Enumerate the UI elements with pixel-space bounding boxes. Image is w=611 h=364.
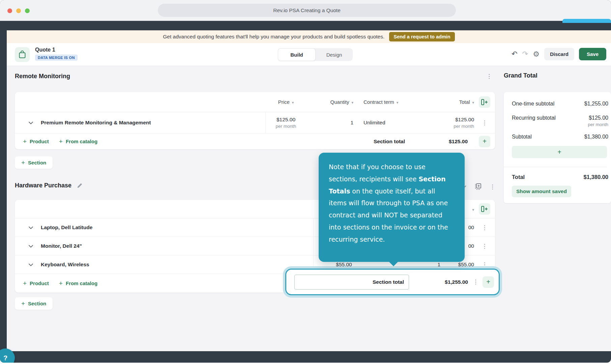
section-title-remote-monitoring: Remote Monitoring: [15, 73, 70, 80]
window-title: Rev.io PSA Creating a Quote: [158, 4, 456, 17]
add-from-catalog-button[interactable]: + From catalog: [59, 280, 97, 286]
send-request-to-admin-button[interactable]: Send a request to admin: [389, 32, 455, 41]
subtotal-row: Subtotal $1,380.00: [512, 134, 610, 140]
add-column-icon[interactable]: [479, 96, 490, 108]
add-row-plus-button[interactable]: +: [483, 276, 494, 288]
redo-icon[interactable]: ↷: [522, 51, 528, 58]
section-menu-kebab-icon[interactable]: ⋮: [486, 73, 492, 79]
column-header-contract-term[interactable]: Contract term▾: [360, 99, 419, 105]
undo-icon[interactable]: ↶: [512, 51, 518, 58]
add-row-plus-button[interactable]: +: [479, 136, 490, 147]
section-total-label-input[interactable]: Section total: [294, 275, 409, 290]
table-row: Premium Remote Monitoring & Management $…: [15, 112, 495, 133]
chevron-down-icon[interactable]: [28, 121, 33, 124]
insert-table-icon[interactable]: [474, 183, 482, 191]
item-name: Monitor, Dell 24": [41, 243, 82, 249]
data-merge-badge: DATA MERGE IS ON: [35, 55, 78, 61]
sort-caret-icon: ▾: [351, 100, 353, 105]
row-menu-kebab-icon[interactable]: ⋮: [482, 262, 488, 268]
quote-info: Quote 1 DATA MERGE IS ON: [35, 47, 78, 61]
highlighted-section-total-row: Section total $1,255.00 ⋮ +: [285, 269, 500, 295]
recurring-subtotal-row: Recurring subtotal $125.00 per month: [512, 115, 610, 127]
quote-title: Quote 1: [35, 47, 78, 53]
plus-icon: +: [21, 159, 25, 166]
item-name: Premium Remote Monitoring & Management: [41, 120, 151, 126]
divider: [504, 167, 607, 167]
plus-icon: +: [21, 300, 25, 307]
section-menu-kebab-icon[interactable]: ⋮: [490, 184, 495, 190]
plus-icon: +: [23, 280, 27, 286]
item-contract-term-cell[interactable]: Unlimited: [360, 112, 419, 133]
header-actions: ↶ ↷ ⚙ Discard Save: [512, 48, 606, 60]
build-design-toggle: Build Design: [278, 48, 353, 61]
row-menu-kebab-icon[interactable]: ⋮: [482, 120, 488, 126]
settings-gear-icon[interactable]: ⚙: [533, 51, 540, 58]
item-quantity-cell[interactable]: 1: [306, 112, 360, 133]
edit-pencil-icon[interactable]: [77, 183, 83, 188]
browser-window: Rev.io PSA Creating a Quote Get advanced…: [0, 0, 611, 363]
price-period: per month: [266, 124, 306, 129]
add-product-button[interactable]: + Product: [23, 280, 49, 286]
plus-icon: +: [23, 138, 27, 145]
banner-message: Get advanced quoting features that'll he…: [163, 34, 384, 40]
zoom-window-button[interactable]: [25, 8, 30, 13]
add-section-button[interactable]: + Section: [15, 156, 53, 169]
table-footer-row: + Product + From catalog Section total $…: [15, 133, 495, 149]
total-row: Total $1,380.00: [512, 174, 610, 180]
section-title-hardware-purchase: Hardware Purchase: [15, 182, 83, 189]
section-title-text: Remote Monitoring: [15, 73, 70, 80]
titlebar: Rev.io PSA Creating a Quote: [0, 0, 611, 21]
quote-header: Quote 1 DATA MERGE IS ON Build Design ↶ …: [7, 43, 611, 66]
table-header-row: Price▾ Quantity▾ Contract term▾ Total▾: [15, 92, 495, 112]
add-from-catalog-button[interactable]: + From catalog: [59, 138, 97, 145]
minimize-window-button[interactable]: [16, 8, 21, 13]
section-total-label: Section total: [374, 139, 405, 145]
column-header-price[interactable]: Price▾: [266, 99, 306, 105]
sort-caret-icon: ▾: [397, 100, 399, 105]
shopping-bag-icon: [15, 47, 30, 62]
item-price-cell[interactable]: $125.00 per month: [266, 112, 306, 133]
save-button[interactable]: Save: [579, 48, 606, 60]
row-menu-kebab-icon[interactable]: ⋮: [473, 279, 478, 285]
traffic-lights: [7, 8, 30, 13]
tab-build[interactable]: Build: [278, 48, 316, 61]
plus-icon: +: [59, 138, 63, 145]
grand-total-panel: One-time subtotal $1,255.00 Recurring su…: [504, 92, 611, 203]
one-time-subtotal-row: One-time subtotal $1,255.00: [512, 101, 610, 107]
section-title-text: Hardware Purchase: [15, 182, 71, 189]
add-section-button[interactable]: + Section: [15, 297, 53, 310]
add-column-icon[interactable]: [479, 203, 490, 215]
row-menu-kebab-icon[interactable]: ⋮: [482, 243, 488, 249]
section-total-value: $1,255.00: [445, 279, 468, 285]
add-fee-plus-button[interactable]: +: [512, 146, 607, 158]
section-toolbar: ⋮: [461, 183, 495, 191]
row-menu-kebab-icon[interactable]: ⋮: [482, 225, 488, 231]
sort-caret-icon: ▾: [292, 100, 294, 105]
quote-editor-canvas: Remote Monitoring ⋮ Price▾ Quantity▾ Con…: [7, 66, 611, 351]
add-product-button[interactable]: + Product: [23, 138, 49, 145]
item-name: Laptop, Dell Latitude: [41, 224, 92, 231]
total-period: per month: [419, 124, 474, 129]
upsell-banner: Get advanced quoting features that'll he…: [7, 30, 611, 43]
chevron-down-icon[interactable]: [28, 226, 33, 229]
chevron-down-icon[interactable]: [28, 263, 33, 266]
discard-button[interactable]: Discard: [544, 48, 574, 60]
recurring-period: per month: [588, 122, 608, 127]
tooltip-arrow: [389, 262, 398, 266]
tutorial-tooltip: Note that if you choose to use sections,…: [319, 153, 465, 262]
tab-design[interactable]: Design: [316, 48, 353, 61]
item-name: Keyboard, Wireless: [41, 262, 89, 268]
column-header-total[interactable]: Total▾: [419, 99, 474, 105]
section-total-value: $125.00: [405, 139, 474, 145]
chevron-down-icon[interactable]: [28, 245, 33, 248]
remote-monitoring-table: Price▾ Quantity▾ Contract term▾ Total▾: [15, 92, 495, 149]
grand-total-title: Grand Total: [504, 72, 537, 79]
app-surface: Get advanced quoting features that'll he…: [7, 30, 611, 351]
hidden-cyan-button[interactable]: [562, 19, 611, 23]
show-amount-saved-button[interactable]: Show amount saved: [512, 186, 571, 197]
plus-icon: +: [59, 280, 63, 286]
item-total-cell: $125.00 per month: [419, 112, 474, 133]
close-window-button[interactable]: [7, 8, 12, 13]
column-header-quantity[interactable]: Quantity▾: [306, 99, 360, 105]
